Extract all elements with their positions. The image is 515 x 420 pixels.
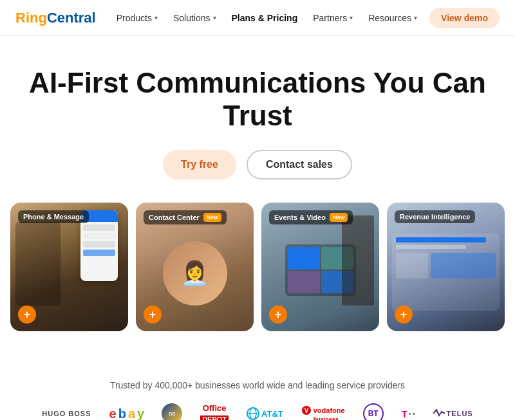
logo-ring: Ring <box>15 10 47 26</box>
card-revenue-label: Revenue Intelligence <box>395 210 475 223</box>
try-free-button[interactable]: Try free <box>163 150 236 179</box>
hero-headline: AI-First Communications You Can Trust <box>26 67 489 132</box>
contact-sales-button[interactable]: Contact sales <box>247 150 352 179</box>
card-contact-plus[interactable]: + <box>144 306 162 324</box>
nav-links: Products ▾ Solutions ▾ Plans & Pricing P… <box>117 13 429 23</box>
new-badge-events: New <box>330 213 348 222</box>
card-events-label: Events & Video New <box>269 210 353 224</box>
product-card-revenue[interactable]: Revenue Intelligence + <box>387 203 505 331</box>
hero-section: AI-First Communications You Can Trust Tr… <box>0 36 515 380</box>
trusted-section: Trusted by 400,000+ businesses world wid… <box>0 380 515 420</box>
nav-plans-pricing[interactable]: Plans & Pricing <box>232 13 298 23</box>
new-badge: New <box>203 213 222 222</box>
bt-logo: BT <box>363 403 384 420</box>
logo-central: Central <box>47 10 96 26</box>
logo[interactable]: RingCentral <box>15 10 96 26</box>
card-contact-label: Contact Center New <box>144 210 227 224</box>
att-logo: AT&T <box>247 407 283 420</box>
nav-resources[interactable]: Resources ▾ <box>368 13 417 23</box>
nav-partners[interactable]: Partners ▾ <box>313 13 353 23</box>
vodafone-logo: V vodafone business <box>301 405 345 420</box>
tmobile-logo: T• • <box>402 408 415 419</box>
view-demo-button[interactable]: View demo <box>429 8 500 28</box>
chevron-down-icon: ▾ <box>213 14 216 21</box>
navbar: RingCentral Products ▾ Solutions ▾ Plans… <box>0 0 515 36</box>
nav-solutions[interactable]: Solutions ▾ <box>173 13 216 23</box>
product-cards: Phone & Message + 👩‍💼 Contact Center New… <box>15 203 500 331</box>
card-events-plus[interactable]: + <box>269 306 287 324</box>
office-depot-logo: Office DEPOT <box>200 404 229 420</box>
warriors-logo: GS <box>162 403 182 420</box>
product-card-phone[interactable]: Phone & Message + <box>10 203 128 331</box>
nav-products[interactable]: Products ▾ <box>117 13 158 23</box>
product-card-contact[interactable]: 👩‍💼 Contact Center New + <box>136 203 254 331</box>
card-phone-label: Phone & Message <box>18 210 89 223</box>
trusted-text: Trusted by 400,000+ businesses world wid… <box>10 380 505 390</box>
svg-text:V: V <box>304 407 308 414</box>
hero-buttons: Try free Contact sales <box>15 150 500 179</box>
telus-logo: TELUS <box>433 409 473 418</box>
chevron-down-icon: ▾ <box>154 14 158 21</box>
card-phone-plus[interactable]: + <box>18 306 36 324</box>
product-card-events[interactable]: Events & Video New + <box>261 203 379 331</box>
ebay-logo: ebay <box>109 406 144 420</box>
chevron-down-icon: ▾ <box>350 14 353 21</box>
chevron-down-icon: ▾ <box>414 14 417 21</box>
card-revenue-plus[interactable]: + <box>395 306 413 324</box>
hugo-boss-logo: HUGO BOSS <box>42 410 91 417</box>
brand-logo-bar: HUGO BOSS ebay GS Office DEPOT AT&T V vo… <box>10 403 505 420</box>
